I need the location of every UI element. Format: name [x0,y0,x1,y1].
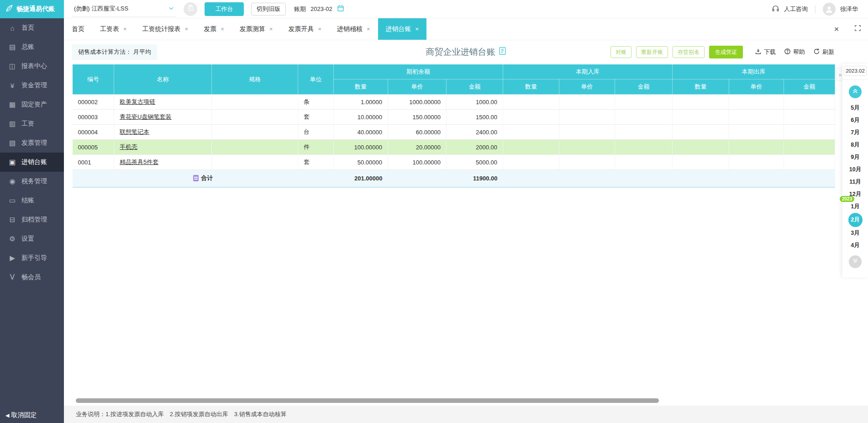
close-tab-icon[interactable]: × [367,26,370,32]
sidebar-item-home[interactable]: ⌂首页 [0,18,64,37]
sub-header-qty[interactable]: 数量 [673,79,729,95]
company-selector[interactable]: (勿删) 江西服宝-LSS [72,1,176,17]
col-header-no[interactable]: 编号 [73,64,114,95]
month-5月[interactable]: 5月 [847,102,863,114]
cell-empty [559,155,615,170]
sub-header-amount[interactable]: 金额 [784,79,835,95]
username[interactable]: 徐泽华 [840,5,858,13]
sidebar-item-payroll[interactable]: ▥工资 [0,114,64,133]
scroll-months-down-button[interactable] [849,255,862,268]
month-9月[interactable]: 9月 [847,151,863,164]
cell-empty [615,95,673,110]
month-6月[interactable]: 6月 [847,114,863,127]
generate-voucher-button[interactable]: 生成凭证 [709,46,743,58]
consult-link[interactable]: 人工咨询 [784,5,808,13]
tab-home[interactable]: 首页 [64,18,92,40]
reopen-books-button[interactable]: 重新开账 [636,46,668,58]
close-tab-icon[interactable]: × [221,26,224,32]
product-name-link[interactable]: 联想笔记本 [120,128,149,135]
horizontal-scrollbar[interactable] [76,398,659,403]
tab-payroll-stats-report[interactable]: 工资统计报表× [135,18,196,40]
notes-button[interactable] [184,2,197,16]
month-2月[interactable]: 2月 [848,213,863,227]
col-header-name[interactable]: 名称 [114,64,212,95]
col-header-unit[interactable]: 单位 [298,64,334,95]
tab-invoice-issue[interactable]: 发票开具× [280,18,329,40]
close-tab-icon[interactable]: × [123,26,127,32]
tab-payroll-sheet[interactable]: 工资表× [92,18,135,40]
close-all-tabs-button[interactable]: × [826,18,847,40]
cell-opening-qty: 40.00000 [334,125,388,140]
download-link[interactable]: 下载 [755,48,776,56]
sub-header-amount[interactable]: 金额 [615,79,673,95]
panel-period-label: 2023.02 [844,66,867,76]
sidebar-item-invoice-management[interactable]: ▧发票管理 [0,133,64,153]
month-3月[interactable]: 3月 [847,227,863,239]
sidebar-item-purchase-sale-ledger[interactable]: ▣进销台账 [0,153,64,172]
sub-header-qty[interactable]: 数量 [503,79,559,95]
tab-purchase-sale-ledger[interactable]: 进销台账× [378,18,427,40]
unpin-sidebar-button[interactable]: ◀ 取消固定 [5,411,37,419]
sub-header-price[interactable]: 单价 [559,79,615,95]
tab-purchase-sale-audit[interactable]: 进销稽核× [329,18,378,40]
month-8月[interactable]: 8月 [847,139,863,151]
switch-old-version-button[interactable]: 切到旧版 [251,3,286,16]
sidebar-item-fixed-assets[interactable]: ▦固定资产 [0,95,64,114]
cell-empty [615,140,673,155]
close-tab-icon[interactable]: × [318,26,321,32]
group-header-outbound: 本期出库 [673,64,835,79]
inventory-alias-button[interactable]: 存货别名 [673,46,705,58]
avatar[interactable] [823,3,836,16]
sub-header-amount[interactable]: 金额 [447,79,503,95]
cell-unit: 套 [298,110,334,125]
product-name-link[interactable]: 欧美复古项链 [120,98,155,105]
workbench-button[interactable]: 工作台 [205,2,244,16]
tab-list: 首页工资表×工资统计报表×发票×发票测算×发票开具×进销稽核×进销台账× [64,18,426,40]
tab-invoice[interactable]: 发票× [196,18,232,40]
product-name-link[interactable]: 手机壳 [120,143,137,150]
table-row: 000002欧美复古项链条1.000001000.000001000.00 [73,95,835,110]
sidebar-item-funds-management[interactable]: ¥资金管理 [0,76,64,95]
cell-empty [673,140,729,155]
reconcile-button[interactable]: 对账 [610,46,631,58]
tab-invoice-calc[interactable]: 发票测算× [232,18,281,40]
cell-opening-amount: 1000.00 [447,95,503,110]
sidebar-item-label: 税务管理 [21,177,47,185]
help-link[interactable]: 帮助 [784,48,805,56]
product-name-link[interactable]: 精品茶具5件套 [120,159,158,165]
cell-empty [615,110,673,125]
scroll-months-up-button[interactable] [849,85,862,98]
sidebar-item-general-ledger[interactable]: ▤总账 [0,37,64,57]
month-7月[interactable]: 7月 [847,127,863,139]
col-header-spec[interactable]: 规格 [212,64,298,95]
cell-empty [729,155,784,170]
sidebar-item-archive-management[interactable]: ⊟归档管理 [0,210,64,229]
sidebar-item-beginner-guide[interactable]: ▶新手引导 [0,249,64,268]
month-10月[interactable]: 10月 [847,164,863,176]
table-row: 000003青花瓷U盘钢笔套装套10.00000150.000001500.00 [73,110,835,125]
refresh-link[interactable]: 刷新 [813,48,834,56]
sidebar-item-report-center[interactable]: ◫报表中心 [0,57,64,76]
close-tab-icon[interactable]: × [185,26,189,32]
cell-empty [673,125,729,140]
sidebar-item-closing[interactable]: ▭结账 [0,191,64,210]
month-1月[interactable]: 1月2023 [847,201,863,213]
toolbar-buttons: 对账 重新开账 存货别名 生成凭证 下载 帮助 [610,46,860,58]
fullscreen-button[interactable] [847,18,868,40]
sidebar-item-member[interactable]: Ⅴ畅会员 [0,268,64,287]
sub-header-price[interactable]: 单价 [729,79,784,95]
close-tab-icon[interactable]: × [269,26,273,32]
sidebar-item-tax-management[interactable]: ◉税务管理 [0,172,64,191]
sub-header-qty[interactable]: 数量 [334,79,388,95]
sidebar-item-settings[interactable]: ⚙设置 [0,229,64,249]
double-chevron-right-icon: » [838,71,842,78]
product-name-link[interactable]: 青花瓷U盘钢笔套装 [120,113,171,120]
period-value[interactable]: 2023-02 [310,5,332,12]
cell-empty [503,110,559,125]
calendar-icon[interactable] [337,5,344,13]
cell-opening-price: 60.00000 [388,125,447,140]
sub-header-price[interactable]: 单价 [388,79,447,95]
close-tab-icon[interactable]: × [416,26,419,32]
month-4月[interactable]: 4月 [847,239,863,252]
month-11月[interactable]: 11月 [847,176,863,188]
